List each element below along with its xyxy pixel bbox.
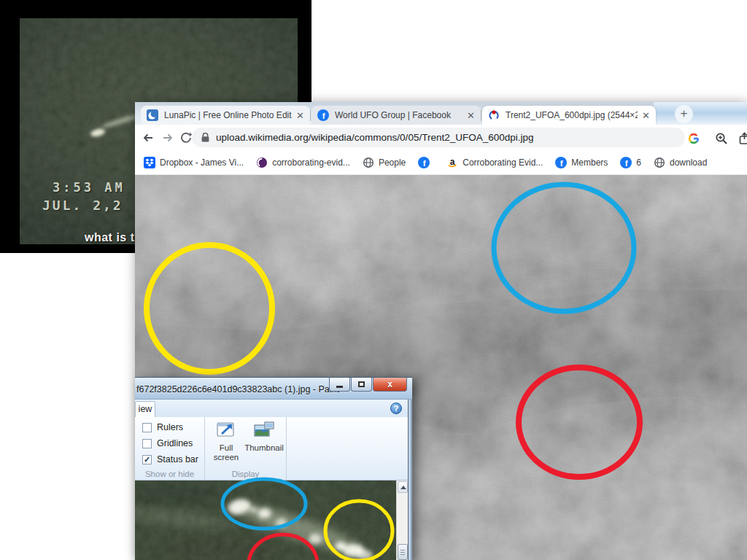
tab-separator — [481, 110, 481, 121]
minimize-button[interactable] — [329, 378, 350, 392]
bookmark-facebook[interactable]: f — [418, 157, 434, 168]
video-timestamp-date: JUL. 2,2 — [42, 198, 123, 213]
paint-ribbon-tabrow: iew ? — [135, 400, 408, 417]
svg-text:f: f — [625, 159, 628, 168]
tab-close-icon[interactable]: ✕ — [296, 111, 304, 120]
new-tab-button[interactable]: + — [675, 105, 693, 123]
globe-icon — [363, 157, 374, 168]
ribbon-group-label: Show or hide — [135, 470, 204, 478]
checkbox-box[interactable]: ✓ — [142, 455, 152, 464]
ribbon-group-show-or-hide: ✓ Rulers ✓ Gridlines ✓ Status bar Show o… — [135, 417, 205, 480]
tab-label: Trent2_UFOA_600dpi.jpg (2544×2 — [506, 110, 638, 120]
thumbnail-button[interactable]: Thumbnail — [243, 421, 285, 453]
tab-view[interactable]: iew — [135, 401, 155, 417]
svg-text:f: f — [322, 112, 325, 120]
paint-window: f672f3825d226c6e401d9c33823abc (1).jpg -… — [135, 377, 412, 560]
paint-window-title: f672f3825d226c6e401d9c33823abc (1).jpg -… — [136, 384, 339, 394]
bookmark-people[interactable]: People — [363, 157, 406, 168]
paint-titlebar[interactable]: f672f3825d226c6e401d9c33823abc (1).jpg -… — [135, 377, 412, 400]
dropbox-icon — [144, 157, 155, 168]
browser-toolbar: upload.wikimedia.org/wikipedia/commons/0… — [135, 125, 747, 150]
ribbon-group-label: Display — [205, 470, 286, 478]
bookmark-label: 6 — [636, 158, 641, 168]
amazon-icon: a — [446, 157, 458, 168]
checkbox-box[interactable]: ✓ — [142, 423, 152, 432]
checkbox-gridlines[interactable]: ✓ Gridlines — [142, 438, 193, 448]
paint-window-right-frame — [408, 400, 412, 560]
checkbox-label: Status bar — [157, 454, 198, 464]
svg-text:a: a — [450, 157, 455, 167]
tab-strip: LunaPic | Free Online Photo Edito ✕ f Wo… — [135, 102, 747, 125]
facebook-icon: f — [620, 157, 632, 168]
forward-icon[interactable] — [161, 131, 174, 144]
tabstrip-theme-background — [654, 102, 747, 125]
bookmark-label: Dropbox - James Vi... — [160, 158, 244, 168]
thumbnail-icon — [253, 421, 275, 438]
bookmark-label: corroborating-evid... — [272, 158, 350, 168]
purple-disc-icon — [256, 157, 268, 168]
lunapic-icon — [147, 109, 158, 121]
bookmarks-bar: Dropbox - James Vi... corroborating-evid… — [135, 150, 747, 175]
paint-canvas-image — [135, 481, 396, 560]
svg-text:f: f — [423, 159, 426, 168]
bookmark-dropbox[interactable]: Dropbox - James Vi... — [144, 157, 244, 168]
google-icon[interactable] — [687, 132, 700, 145]
ufo-light-trail — [101, 114, 139, 130]
tab-label: LunaPic | Free Online Photo Edito — [164, 110, 292, 120]
checkbox-label: Gridlines — [157, 438, 193, 448]
tab-label: World UFO Group | Facebook — [335, 110, 462, 120]
full-screen-button[interactable]: Full screen — [209, 421, 243, 462]
tab-separator — [310, 110, 311, 121]
facebook-icon: f — [555, 157, 567, 168]
facebook-icon: f — [317, 109, 329, 121]
scrollbar-thumb[interactable] — [398, 544, 408, 560]
checkbox-status-bar[interactable]: ✓ Status bar — [142, 454, 198, 464]
help-icon[interactable]: ? — [390, 402, 402, 414]
scroll-up-button[interactable] — [398, 481, 408, 493]
reload-icon[interactable] — [179, 131, 193, 144]
zoom-icon[interactable] — [715, 132, 728, 145]
tab-close-icon[interactable]: ✕ — [467, 111, 475, 120]
full-screen-icon — [216, 421, 236, 438]
lock-icon — [201, 132, 210, 143]
bookmark-corroborating-evid[interactable]: corroborating-evid... — [256, 157, 350, 168]
tab-trent2-image-active[interactable]: Trent2_UFOA_600dpi.jpg (2544×2 ✕ — [482, 106, 656, 125]
bookmark-members[interactable]: f Members — [555, 157, 608, 168]
facebook-icon: f — [418, 157, 430, 168]
up-arrow-icon — [400, 486, 406, 489]
tab-lunapic[interactable]: LunaPic | Free Online Photo Edito ✕ — [141, 106, 310, 125]
checkbox-box[interactable]: ✓ — [142, 439, 152, 448]
checkbox-label: Rulers — [157, 422, 183, 432]
screenshot-stage: 3:53 AM JUL. 2,2 what is t LunaPic | Fre… — [0, 0, 747, 560]
bookmark-label: Members — [571, 158, 608, 168]
bookmark-corroborating-evid-2[interactable]: a Corroborating Evid... — [446, 157, 543, 168]
tab-facebook-group[interactable]: f World UFO Group | Facebook ✕ — [311, 106, 481, 125]
url-text: upload.wikimedia.org/wikipedia/commons/0… — [216, 132, 533, 143]
back-icon[interactable] — [142, 131, 155, 144]
video-caption-text: what is t — [85, 231, 135, 244]
video-timestamp-time: 3:53 AM — [53, 180, 125, 195]
bookmark-label: download — [670, 158, 707, 168]
thumb-grip — [400, 550, 405, 555]
bookmark-download[interactable]: download — [654, 157, 707, 168]
bookmark-label: Corroborating Evid... — [462, 158, 543, 168]
ribbon-group-display: Full screen Thumbnail Display — [205, 417, 287, 480]
paint-vertical-scrollbar[interactable] — [396, 481, 408, 560]
checkbox-rulers[interactable]: ✓ Rulers — [142, 422, 183, 432]
paint-canvas[interactable] — [135, 481, 396, 560]
maximize-button[interactable] — [351, 378, 372, 392]
close-icon: x — [387, 379, 392, 389]
share-icon[interactable] — [739, 132, 747, 145]
ufo-bright-blob — [90, 128, 106, 139]
bookmark-six[interactable]: f 6 — [620, 157, 641, 168]
svg-text:f: f — [560, 159, 563, 168]
button-label: Full screen — [209, 443, 243, 462]
globe-icon — [654, 157, 665, 168]
button-label: Thumbnail — [243, 443, 285, 453]
paint-ribbon-panel: ✓ Rulers ✓ Gridlines ✓ Status bar Show o… — [135, 417, 408, 481]
bookmark-label: People — [379, 158, 406, 168]
close-button[interactable]: x — [373, 378, 407, 392]
tab-close-icon[interactable]: ✕ — [642, 111, 650, 120]
wikimedia-icon — [488, 109, 500, 121]
address-bar[interactable]: upload.wikimedia.org/wikipedia/commons/0… — [192, 128, 685, 147]
